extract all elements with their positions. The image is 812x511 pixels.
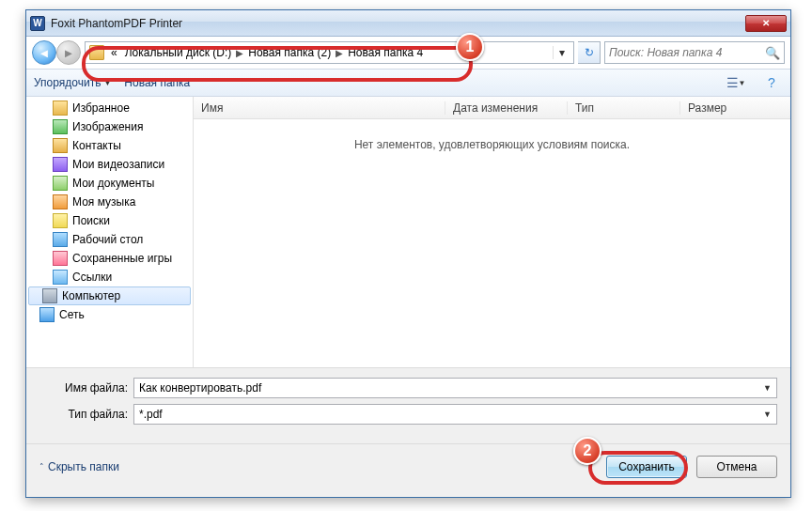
tree-item[interactable]: Ссылки — [26, 268, 193, 286]
hide-folders-toggle[interactable]: ˄ Скрыть папки — [39, 460, 119, 473]
dialog-body: Избранное Изображения Контакты Мои видео… — [26, 97, 790, 367]
column-date[interactable]: Дата изменения — [445, 101, 568, 115]
tree-item[interactable]: Моя музыка — [26, 193, 193, 211]
tree-item[interactable]: Контакты — [26, 136, 193, 155]
breadcrumb-segment[interactable]: Новая папка (2) — [245, 44, 334, 61]
tree-item[interactable]: Изображения — [26, 117, 193, 136]
forward-button[interactable]: ► — [56, 40, 81, 65]
tree-item[interactable]: Мои видеозаписи — [26, 155, 193, 174]
tree-item[interactable]: Сохраненные игры — [26, 249, 193, 268]
new-folder-button[interactable]: Новая папка — [124, 76, 190, 89]
search-box[interactable]: 🔍 — [604, 41, 785, 64]
desktop-icon — [53, 232, 68, 247]
view-options-button[interactable]: ☰▼ — [725, 72, 747, 93]
window-title: Foxit PhantomPDF Printer — [51, 17, 745, 30]
address-dropdown[interactable]: ▾ — [553, 46, 570, 59]
back-button[interactable]: ◄ — [32, 40, 56, 65]
help-button[interactable]: ? — [760, 72, 783, 93]
navigation-row: ◄ ► « Локальный диск (D:) ▶ Новая папка … — [26, 37, 790, 69]
tree-item[interactable]: Избранное — [26, 99, 193, 117]
column-size[interactable]: Размер — [680, 101, 790, 115]
separator — [26, 443, 790, 444]
breadcrumb: « Локальный диск (D:) ▶ Новая папка (2) … — [108, 44, 553, 61]
filename-input[interactable]: Как конвертировать.pdf ▼ — [133, 378, 777, 398]
filetype-label: Тип файла: — [39, 408, 133, 421]
chevron-down-icon[interactable]: ▼ — [763, 410, 772, 419]
images-icon — [53, 119, 68, 134]
save-dialog-window: W Foxit PhantomPDF Printer ✕ ◄ ► « Локал… — [25, 9, 791, 498]
network-icon — [39, 307, 55, 322]
search-input[interactable] — [609, 46, 765, 59]
breadcrumb-prefix[interactable]: « — [108, 44, 120, 61]
cancel-button[interactable]: Отмена — [696, 456, 777, 478]
favorites-icon — [53, 101, 68, 116]
address-bar[interactable]: « Локальный диск (D:) ▶ Новая папка (2) … — [85, 41, 574, 64]
list-header: Имя Дата изменения Тип Размер — [194, 97, 790, 119]
chevron-right-icon: ▶ — [336, 48, 343, 58]
empty-message: Нет элементов, удовлетворяющих условиям … — [194, 119, 790, 367]
video-icon — [53, 157, 68, 172]
organize-menu[interactable]: Упорядочить▼ — [34, 76, 111, 89]
file-list-pane: Имя Дата изменения Тип Размер Нет элемен… — [194, 97, 790, 367]
toolbar: Упорядочить▼ Новая папка ☰▼ ? — [26, 69, 790, 97]
breadcrumb-segment[interactable]: Новая папка 4 — [345, 44, 426, 61]
tree-item[interactable]: Рабочий стол — [26, 230, 193, 249]
form-zone: Имя файла: Как конвертировать.pdf ▼ Тип … — [26, 367, 790, 436]
save-button[interactable]: Сохранить — [606, 456, 687, 478]
column-name[interactable]: Имя — [194, 101, 445, 115]
chevron-right-icon: ▶ — [236, 48, 243, 58]
close-button[interactable]: ✕ — [745, 15, 787, 32]
tree-item-network[interactable]: Сеть — [26, 305, 193, 324]
annotation-callout-2: 2 — [573, 437, 601, 465]
folder-icon — [89, 45, 104, 60]
computer-icon — [42, 288, 57, 303]
breadcrumb-segment[interactable]: Локальный диск (D:) — [122, 44, 235, 61]
tree-item-computer[interactable]: Компьютер — [28, 286, 191, 305]
column-type[interactable]: Тип — [568, 101, 680, 115]
music-icon — [53, 194, 68, 209]
folder-tree[interactable]: Избранное Изображения Контакты Мои видео… — [26, 97, 194, 367]
chevron-up-icon: ˄ — [39, 462, 44, 472]
filename-label: Имя файла: — [39, 381, 133, 395]
chevron-down-icon: ▼ — [103, 79, 111, 87]
annotation-callout-1: 1 — [456, 33, 484, 61]
titlebar: W Foxit PhantomPDF Printer ✕ — [26, 10, 790, 37]
documents-icon — [53, 176, 68, 191]
chevron-down-icon[interactable]: ▼ — [763, 383, 772, 393]
tree-item[interactable]: Мои документы — [26, 174, 193, 193]
search-folder-icon — [53, 213, 68, 228]
button-row: ˄ Скрыть папки Сохранить Отмена 2 — [26, 452, 790, 488]
contacts-icon — [53, 138, 68, 153]
links-icon — [53, 270, 68, 285]
filetype-select[interactable]: *.pdf ▼ — [133, 404, 777, 425]
app-icon: W — [30, 16, 45, 31]
saved-games-icon — [53, 251, 68, 266]
search-icon: 🔍 — [765, 46, 780, 60]
tree-item[interactable]: Поиски — [26, 211, 193, 230]
refresh-button[interactable]: ↻ — [578, 41, 601, 64]
